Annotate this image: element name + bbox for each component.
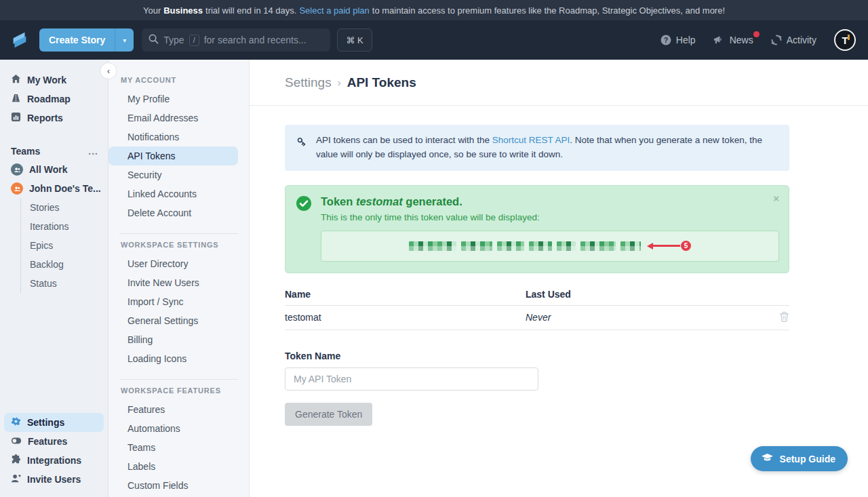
main-sidebar: My Work Roadmap Reports Teams ... All Wo… [0, 60, 108, 497]
sidebar-item-features[interactable]: Features [0, 432, 108, 451]
subnav-item-general-settings[interactable]: General Settings [108, 311, 249, 330]
shortcut-rest-api-link[interactable]: Shortcut REST API [492, 135, 570, 145]
shortcut-logo-icon[interactable] [9, 30, 30, 50]
sidebar-item-settings[interactable]: Settings [4, 413, 104, 432]
subnav-item-security[interactable]: Security [108, 165, 249, 184]
navbar-right-group: ? Help News Activity T [660, 29, 856, 51]
table-row: testomat Never [285, 306, 789, 330]
subnav-item-billing[interactable]: Billing [108, 330, 249, 349]
activity-sync-icon [771, 35, 782, 45]
team-sub-list: Stories Iterations Epics Backlog Status [20, 198, 108, 293]
gear-icon [11, 416, 21, 429]
subnav-item-features[interactable]: Features [108, 400, 249, 419]
avatar-accent-mark [848, 35, 850, 40]
activity-button[interactable]: Activity [771, 35, 816, 45]
sidebar-item-john-does-team[interactable]: John Doe's Te... [0, 179, 108, 198]
sidebar-item-invite-users[interactable]: Invite Users [0, 470, 108, 489]
sidebar-item-status[interactable]: Status [30, 274, 108, 293]
generate-token-button[interactable]: Generate Token [285, 403, 372, 426]
user-avatar[interactable]: T [834, 29, 856, 51]
subnav-item-email-addresses[interactable]: Email Addresses [108, 108, 249, 127]
bar-chart-icon [11, 112, 21, 124]
subnav-item-invite-new-users[interactable]: Invite New Users [108, 273, 249, 292]
trial-text-prefix: Your [143, 5, 161, 16]
key-icon [296, 136, 307, 162]
sidebar-item-iterations[interactable]: Iterations [30, 217, 108, 236]
teams-more-button[interactable]: ... [88, 146, 98, 157]
subnav-item-labels[interactable]: Labels [108, 457, 249, 476]
chevron-down-icon: ▾ [123, 37, 126, 44]
sidebar-item-roadmap[interactable]: Roadmap [0, 90, 108, 108]
sidebar-item-backlog[interactable]: Backlog [30, 255, 108, 274]
sidebar-item-epics[interactable]: Epics [30, 236, 108, 255]
api-tokens-info-note: API tokens can be used to interact with … [285, 125, 789, 171]
subnav-item-notifications[interactable]: Notifications [108, 127, 249, 146]
redacted-token-segment [529, 241, 552, 251]
subnav-item-custom-fields[interactable]: Custom Fields [108, 476, 249, 495]
page-header: Settings › API Tokens [250, 60, 868, 106]
search-icon [149, 34, 159, 46]
info-note-text: API tokens can be used to interact with … [316, 134, 778, 162]
news-button[interactable]: News [713, 35, 753, 45]
subnav-item-import-sync[interactable]: Import / Sync [108, 292, 249, 311]
settings-subnav: MY ACCOUNT My Profile Email Addresses No… [108, 60, 250, 497]
sidebar-item-stories[interactable]: Stories [30, 198, 108, 217]
cmd-k-shortcut-hint: ⌘ K [337, 28, 372, 52]
teams-section-header: Teams ... [0, 142, 108, 160]
chevron-left-icon: ‹ [107, 66, 110, 76]
search-placeholder-type: Type [163, 35, 184, 45]
subnav-item-user-directory[interactable]: User Directory [108, 254, 249, 273]
subnav-item-my-profile[interactable]: My Profile [108, 90, 249, 108]
graduation-cap-icon [761, 453, 774, 465]
sidebar-item-reports[interactable]: Reports [0, 108, 108, 127]
puzzle-icon [11, 454, 21, 466]
toggle-icon [11, 436, 22, 447]
select-paid-plan-link[interactable]: Select a paid plan [299, 5, 369, 16]
subnav-item-linked-accounts[interactable]: Linked Accounts [108, 184, 249, 203]
trial-banner: Your Business trial will end in 14 days.… [0, 0, 868, 20]
token-name-emphasis: testomat [356, 195, 403, 207]
invite-user-icon [11, 473, 21, 485]
road-icon [11, 93, 21, 105]
sidebar-item-my-work[interactable]: My Work [0, 71, 108, 90]
sidebar-item-integrations[interactable]: Integrations [0, 451, 108, 470]
token-name-input[interactable] [285, 367, 538, 391]
subnav-item-api-tokens[interactable]: API Tokens [108, 146, 238, 165]
subnav-item-loading-icons[interactable]: Loading Icons [108, 349, 249, 368]
token-last-used-cell: Never [526, 312, 770, 323]
setup-guide-button[interactable]: Setup Guide [751, 446, 848, 471]
tokens-table: Name Last Used testomat Never [285, 284, 789, 330]
redacted-token-segment [620, 241, 641, 251]
megaphone-icon [713, 35, 725, 45]
annotation-badge: 5 [681, 241, 691, 251]
breadcrumb: Settings › API Tokens [285, 75, 416, 90]
sidebar-collapse-button[interactable]: ‹ [100, 62, 117, 79]
subnav-item-teams[interactable]: Teams [108, 438, 249, 457]
create-story-button[interactable]: Create Story [39, 28, 115, 52]
app-body: ‹ My Work Roadmap Reports Teams ... All … [0, 60, 868, 497]
subnav-item-delete-account[interactable]: Delete Account [108, 203, 249, 222]
section-title-workspace-settings: WORKSPACE SETTINGS [121, 241, 249, 249]
redacted-token-segment [580, 241, 616, 251]
help-icon: ? [660, 35, 671, 45]
sidebar-item-all-work[interactable]: All Work [0, 160, 108, 179]
all-work-avatar [11, 163, 23, 176]
close-icon[interactable]: × [773, 193, 779, 204]
token-name-cell: testomat [285, 312, 526, 323]
subnav-divider [119, 379, 238, 380]
page-title: API Tokens [347, 75, 416, 90]
redacted-token-segment [461, 241, 492, 251]
table-header-row: Name Last Used [285, 284, 789, 306]
toast-subtitle: This is the only time this token value w… [321, 212, 779, 222]
search-input[interactable]: Type / for search and recents... [142, 28, 330, 52]
create-story-caret-button[interactable]: ▾ [115, 28, 134, 52]
main-content: Settings › API Tokens API tokens can be … [250, 60, 868, 497]
breadcrumb-settings-link[interactable]: Settings [285, 75, 332, 90]
news-notification-dot [753, 31, 760, 37]
toast-body: Token testomat generated. This is the on… [321, 195, 779, 262]
delete-token-button[interactable] [779, 311, 789, 324]
help-button[interactable]: ? Help [660, 35, 696, 45]
arrow-shaft [653, 245, 680, 247]
subnav-item-automations[interactable]: Automations [108, 419, 249, 438]
api-tokens-content: API tokens can be used to interact with … [250, 106, 789, 426]
